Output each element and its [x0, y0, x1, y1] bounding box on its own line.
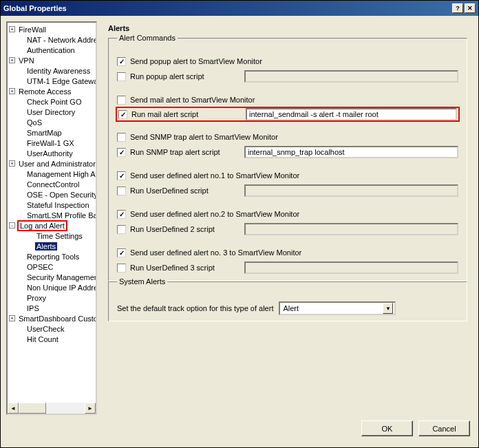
checkbox[interactable]: [118, 110, 127, 119]
checkbox[interactable]: [117, 264, 126, 273]
tree-item[interactable]: Authentication: [8, 45, 96, 55]
tree-label: Check Point GO: [25, 98, 83, 106]
tree-label: Stateful Inspection: [25, 201, 91, 209]
tree-spacer: [17, 150, 23, 156]
checkbox[interactable]: [117, 57, 126, 66]
tree-label: User Directory: [25, 108, 76, 116]
alert-row: Send user defined alert no.1 to SmartVie…: [117, 168, 458, 183]
tree-label: SmartLSM Profile Base: [25, 211, 96, 220]
tree-item[interactable]: UserAuthority: [8, 148, 96, 158]
script-input[interactable]: [246, 108, 457, 120]
tree-item[interactable]: QoS: [8, 117, 96, 127]
tree-label: Authentication: [25, 46, 76, 54]
close-button[interactable]: ✕: [465, 3, 476, 13]
alert-commands-fieldset: Alert Commands Send popup alert to Smart…: [108, 38, 467, 281]
alert-row: Send user defined alert no. 3 to SmartVi…: [117, 245, 458, 260]
expand-icon[interactable]: +: [9, 160, 15, 167]
system-alerts-fieldset: System Alerts Set the default track opti…: [108, 281, 467, 321]
checkbox[interactable]: [117, 210, 126, 219]
expand-icon[interactable]: +: [9, 315, 15, 321]
row-label: Run UserDefined script: [130, 186, 240, 195]
tree-item[interactable]: ConnectControl: [8, 179, 96, 189]
tree-label: Hit Count: [25, 335, 60, 343]
tree-item[interactable]: SmartLSM Profile Base: [8, 210, 96, 220]
tree-item[interactable]: Hit Count: [8, 334, 96, 344]
checkbox[interactable]: [117, 248, 126, 257]
tree-spacer: [17, 284, 23, 290]
tree-label: Identity Awareness: [25, 67, 92, 75]
tree-item[interactable]: OPSEC: [8, 262, 96, 272]
tree-label: Log and Alert: [17, 220, 67, 231]
tree-label: UserCheck: [25, 325, 65, 333]
tree-item[interactable]: Time Settings: [8, 231, 96, 241]
checkbox[interactable]: [117, 148, 126, 157]
tree-spacer: [17, 98, 23, 105]
alert-row: Send mail alert to SmartView Monitor: [117, 92, 458, 107]
tree-item[interactable]: NAT - Network Addres: [8, 34, 96, 45]
tree-item[interactable]: Identity Awareness: [8, 65, 96, 76]
help-button[interactable]: ?: [452, 3, 463, 13]
checkbox[interactable]: [117, 72, 126, 81]
tree-spacer: [17, 109, 23, 115]
tree-item[interactable]: Management High Ava: [8, 169, 96, 179]
cancel-button[interactable]: Cancel: [418, 420, 470, 436]
checkbox[interactable]: [117, 133, 126, 142]
track-option-select[interactable]: Alert ▼: [279, 301, 396, 315]
scroll-right-icon[interactable]: ►: [85, 403, 96, 414]
tree-item[interactable]: SmartMap: [8, 127, 96, 138]
tree-spacer: [17, 36, 23, 43]
alert-row: Send user defined alert no.2 to SmartVie…: [117, 206, 458, 222]
tree-item[interactable]: UTM-1 Edge Gateway: [8, 76, 96, 86]
checkbox[interactable]: [117, 171, 126, 180]
row-label: Send user defined alert no.1 to SmartVie…: [130, 171, 299, 180]
tree-spacer: [27, 243, 33, 249]
scroll-thumb[interactable]: [19, 403, 46, 414]
script-input: [244, 70, 458, 83]
tree-item[interactable]: Proxy: [8, 292, 96, 303]
script-input[interactable]: [244, 146, 458, 158]
tree-item[interactable]: User Directory: [8, 107, 96, 117]
checkbox[interactable]: [117, 96, 126, 105]
expand-icon[interactable]: +: [9, 26, 15, 32]
row-label: Send SNMP trap alert to SmartView Monito…: [130, 133, 278, 141]
expand-icon[interactable]: +: [9, 88, 15, 94]
ok-button[interactable]: OK: [361, 420, 413, 436]
tree-label: UTM-1 Edge Gateway: [25, 77, 96, 85]
tree-item[interactable]: UserCheck: [8, 323, 96, 334]
window-title: Global Properties: [3, 4, 452, 12]
tree-item[interactable]: Alerts: [8, 241, 96, 251]
tree-item[interactable]: +Remote Access: [8, 86, 96, 96]
page-heading: Alerts: [108, 24, 467, 32]
tree-item[interactable]: Non Unique IP Addres: [8, 282, 96, 292]
horizontal-scrollbar[interactable]: ◄ ►: [8, 403, 96, 414]
tree-label: Time Settings: [35, 232, 84, 240]
checkbox[interactable]: [117, 186, 126, 195]
tree-item[interactable]: +VPN: [8, 55, 96, 65]
alert-row: Send popup alert to SmartView Monitor: [117, 54, 458, 69]
tree-label: Remote Access: [17, 87, 72, 96]
tree-spacer: [17, 191, 23, 198]
row-label: Send popup alert to SmartView Monitor: [130, 57, 262, 65]
scroll-left-icon[interactable]: ◄: [8, 403, 19, 414]
tree-spacer: [17, 253, 23, 259]
tree-item[interactable]: Reporting Tools: [8, 251, 96, 262]
tree-item[interactable]: -Log and Alert: [8, 220, 96, 231]
tree-label: NAT - Network Addres: [25, 36, 96, 44]
tree-item[interactable]: FireWall-1 GX: [8, 138, 96, 148]
tree-item[interactable]: +FireWall: [8, 24, 96, 34]
tree-item[interactable]: Stateful Inspection: [8, 200, 96, 210]
tree-item[interactable]: OSE - Open Security E: [8, 189, 96, 200]
alert-row: Run mail alert script: [116, 107, 460, 122]
tree-item[interactable]: +User and Administrator: [8, 158, 96, 169]
tree-item[interactable]: IPS: [8, 303, 96, 313]
tree-item[interactable]: +SmartDashboard Custo: [8, 313, 96, 323]
system-alerts-label: Set the default track option for this ty…: [117, 304, 273, 312]
collapse-icon[interactable]: -: [9, 222, 15, 228]
checkbox[interactable]: [117, 225, 126, 234]
row-label: Send mail alert to SmartView Monitor: [130, 96, 255, 104]
expand-icon[interactable]: +: [9, 57, 15, 63]
tree-item[interactable]: Check Point GO: [8, 96, 96, 107]
tree-item[interactable]: Security Management A: [8, 272, 96, 282]
tree-label: OSE - Open Security E: [25, 191, 96, 199]
tree-spacer: [17, 140, 23, 146]
